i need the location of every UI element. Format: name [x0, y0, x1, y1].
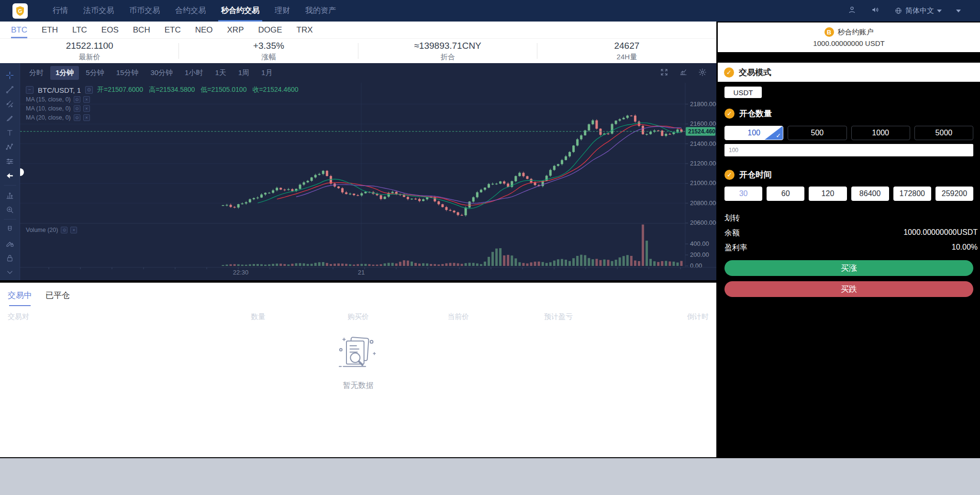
timeframe-bar: 分时1分钟5分钟15分钟30分钟1小时1天1周1月 [20, 63, 716, 83]
magnet-icon[interactable] [0, 222, 20, 236]
amount-option-500[interactable]: 500 [788, 126, 846, 140]
qty-label: 开仓数量 [739, 108, 772, 119]
nav-item-2[interactable]: 币币交易 [122, 0, 167, 22]
last-price-value: 21522.1100 [66, 41, 113, 51]
ma-indicator-label: MA (10, close, 0) [26, 105, 71, 112]
buy-down-button[interactable]: 买跌 [724, 281, 973, 297]
market-tab-ltc[interactable]: LTC [65, 22, 94, 38]
empty-state: 暂无数据 [0, 333, 716, 391]
svg-text:21: 21 [358, 269, 365, 276]
indicator-settings-icon[interactable]: ⊙ [74, 96, 80, 103]
timeframe-0[interactable]: 分时 [24, 66, 49, 80]
profit-value: 10.00% [952, 243, 978, 253]
duration-option-30[interactable]: 30 [724, 187, 762, 201]
pattern-icon[interactable] [0, 140, 20, 154]
user-icon[interactable] [847, 5, 857, 16]
chart-area: 分时1分钟5分钟15分钟30分钟1小时1天1周1月 − BTC/USDT, 1 … [0, 63, 716, 280]
market-tab-btc[interactable]: BTC [4, 22, 34, 38]
nav-item-5[interactable]: 理财 [267, 0, 298, 22]
crosshair-icon[interactable] [0, 68, 20, 82]
svg-text:200.00: 200.00 [690, 251, 709, 258]
indicator-close-icon[interactable]: × [83, 114, 90, 121]
timeframe-1[interactable]: 1分钟 [50, 66, 79, 80]
time-section-title: ✓ 开仓时间 [718, 169, 980, 180]
market-tab-trx[interactable]: TRX [290, 22, 320, 38]
currency-chip[interactable]: USDT [724, 87, 762, 98]
duration-option-120[interactable]: 120 [809, 187, 846, 201]
nav-item-1[interactable]: 法币交易 [76, 0, 122, 22]
nav-item-6[interactable]: 我的资产 [298, 0, 344, 22]
amount-input[interactable] [724, 144, 973, 156]
caret-down-icon [937, 10, 942, 12]
left-column: BTCETHLTCEOSBCHETCNEOXRPDOGETRX 21522.11… [0, 22, 716, 457]
indicator-settings-icon[interactable]: ⊙ [74, 105, 80, 112]
trendline-icon[interactable] [0, 82, 20, 97]
ticker-volume: 24627 24H量 [537, 39, 716, 63]
indicator-close-icon[interactable]: × [83, 105, 90, 112]
chart-action-icons [660, 68, 707, 78]
indicator-close-icon[interactable]: × [83, 96, 90, 103]
timeframe-6[interactable]: 1天 [210, 66, 231, 80]
indicator-close-icon[interactable]: × [70, 227, 77, 233]
timeframe-2[interactable]: 5分钟 [80, 66, 109, 80]
brush-icon[interactable] [0, 111, 20, 125]
amount-option-5000[interactable]: 5000 [914, 126, 973, 140]
profit-label: 盈利率 [724, 243, 747, 253]
timeframe-buttons: 分时1分钟5分钟15分钟30分钟1小时1天1周1月 [24, 66, 278, 80]
market-tab-bch[interactable]: BCH [126, 22, 157, 38]
indicators-icon[interactable] [679, 68, 688, 78]
draw-lock-icon[interactable] [0, 236, 20, 251]
market-tab-neo[interactable]: NEO [188, 22, 220, 38]
nav-item-4[interactable]: 秒合约交易 [213, 0, 267, 22]
timeframe-7[interactable]: 1周 [233, 66, 255, 80]
language-selector[interactable]: 简体中文 [894, 6, 942, 15]
buy-up-button[interactable]: 买涨 [724, 260, 973, 276]
indicator-settings-icon[interactable]: ⊙ [61, 227, 67, 233]
duration-option-86400[interactable]: 86400 [851, 187, 889, 201]
navbar-right: 简体中文 [847, 5, 961, 16]
timeframe-3[interactable]: 15分钟 [111, 66, 144, 80]
channel-icon[interactable] [0, 97, 20, 111]
timeframe-5[interactable]: 1小时 [179, 66, 208, 80]
change-label: 涨幅 [261, 53, 276, 62]
fullscreen-icon[interactable] [660, 68, 668, 78]
amount-option-100[interactable]: 100✓ [724, 126, 783, 140]
market-tab-etc[interactable]: ETC [157, 22, 188, 38]
positions-tab-0[interactable]: 交易中 [8, 290, 32, 306]
ma-indicator-label: MA (20, close, 0) [26, 114, 71, 121]
zoom-in-icon[interactable] [0, 202, 20, 217]
caret-down-icon[interactable] [956, 10, 961, 12]
market-tab-eth[interactable]: ETH [34, 22, 65, 38]
nav-item-3[interactable]: 合约交易 [167, 0, 213, 22]
duration-option-259200[interactable]: 259200 [935, 187, 973, 201]
market-tab-xrp[interactable]: XRP [220, 22, 251, 38]
trade-mode-label: 交易模式 [739, 67, 771, 78]
timeframe-8[interactable]: 1月 [256, 66, 278, 80]
text-icon[interactable] [0, 125, 20, 140]
trade-panel: B 秒合约账户 1000.00000000 USDT ✓ 交易模式 USDT ✓… [718, 22, 980, 458]
amount-option-1000[interactable]: 1000 [851, 126, 910, 140]
drawing-toolbar [0, 63, 20, 280]
transfer-link[interactable]: 划转 [718, 213, 746, 223]
legend-collapse-icon[interactable]: − [26, 86, 33, 94]
positions-tab-1[interactable]: 已平仓 [45, 290, 70, 306]
duration-option-172800[interactable]: 172800 [893, 187, 931, 201]
market-tab-eos[interactable]: EOS [94, 22, 126, 38]
sound-icon[interactable] [871, 5, 880, 16]
market-tab-doge[interactable]: DOGE [251, 22, 289, 38]
profit-row: 盈利率 10.00% [718, 243, 980, 253]
svg-text:21524.4600: 21524.4600 [688, 128, 716, 135]
lock-icon[interactable] [0, 251, 20, 265]
arrow-left-icon[interactable] [0, 168, 20, 183]
footer-strip [0, 458, 980, 495]
indicator-settings-icon[interactable]: ⊙ [74, 114, 80, 121]
chevron-down-icon[interactable] [0, 265, 20, 279]
duration-option-60[interactable]: 60 [767, 187, 804, 201]
positions-table-header: 交易对数量购买价当前价预计盈亏倒计时 [0, 306, 716, 328]
nav-item-0[interactable]: 行情 [45, 0, 76, 22]
indicator-bars-icon[interactable] [0, 188, 20, 202]
settings-icon[interactable] [698, 68, 707, 78]
timeframe-4[interactable]: 30分钟 [145, 66, 178, 80]
candle-style-icon[interactable]: ⊙ [85, 86, 93, 94]
forecast-icon[interactable] [0, 154, 20, 168]
